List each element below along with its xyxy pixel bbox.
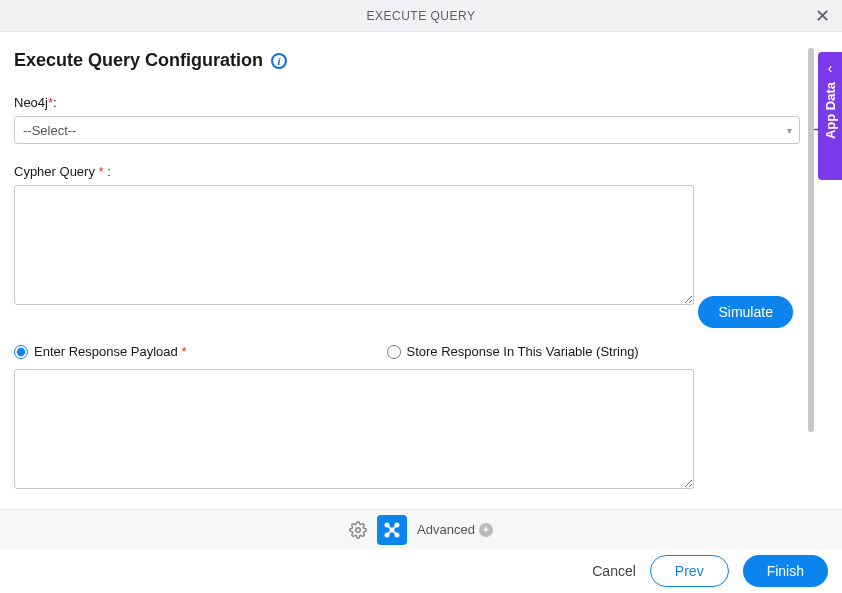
radio-store-variable-label: Store Response In This Variable (String) [407, 344, 639, 359]
info-icon[interactable]: i [271, 53, 287, 69]
cypher-colon: : [104, 164, 111, 179]
footer-actions: Cancel Prev Finish [0, 549, 842, 593]
svg-line-7 [393, 525, 396, 528]
app-data-tab[interactable]: ‹ App Data [818, 52, 842, 180]
neo4j-select-row: ▾ + [14, 116, 828, 144]
gear-icon[interactable] [349, 521, 367, 539]
radio-enter-payload[interactable]: Enter Response Payload * [14, 344, 187, 359]
plus-circle-icon: + [479, 523, 493, 537]
neo4j-select-wrap: ▾ [14, 116, 800, 144]
radio-enter-payload-input[interactable] [14, 345, 28, 359]
page-title: Execute Query Configuration [14, 50, 263, 71]
cypher-label: Cypher Query * : [14, 164, 828, 179]
prev-button[interactable]: Prev [650, 555, 729, 587]
svg-line-8 [388, 530, 391, 533]
page-title-row: Execute Query Configuration i [14, 50, 828, 71]
modal-header: EXECUTE QUERY ✕ [0, 0, 842, 32]
response-payload-input[interactable] [14, 369, 694, 489]
cypher-label-text: Cypher Query [14, 164, 99, 179]
simulate-button[interactable]: Simulate [698, 296, 792, 328]
app-data-label: App Data [823, 82, 838, 139]
advanced-toggle[interactable]: Advanced + [417, 522, 493, 537]
neo4j-select[interactable] [14, 116, 800, 144]
svg-line-9 [393, 530, 396, 533]
svg-point-0 [356, 527, 361, 532]
neo4j-label-text: Neo4j [14, 95, 48, 110]
node-icon[interactable] [377, 515, 407, 545]
svg-line-6 [388, 525, 391, 528]
cypher-query-input[interactable] [14, 185, 694, 305]
neo4j-label: Neo4j*: [14, 95, 828, 110]
finish-button[interactable]: Finish [743, 555, 828, 587]
radio-enter-payload-label: Enter Response Payload * [34, 344, 187, 359]
footer-toolbar: Advanced + [0, 509, 842, 549]
radio-store-variable[interactable]: Store Response In This Variable (String) [387, 344, 639, 359]
required-mark: * [181, 344, 186, 359]
advanced-label: Advanced [417, 522, 475, 537]
radio-store-variable-input[interactable] [387, 345, 401, 359]
chevron-left-icon: ‹ [828, 60, 833, 76]
radio1-text: Enter Response Payload [34, 344, 181, 359]
neo4j-colon: : [53, 95, 57, 110]
scrollbar[interactable] [808, 48, 814, 432]
response-radio-row: Enter Response Payload * Store Response … [14, 344, 828, 359]
content-area: Execute Query Configuration i Neo4j*: ▾ … [0, 32, 842, 493]
modal-title: EXECUTE QUERY [367, 9, 476, 23]
close-icon[interactable]: ✕ [815, 7, 830, 25]
cancel-button[interactable]: Cancel [592, 563, 636, 579]
